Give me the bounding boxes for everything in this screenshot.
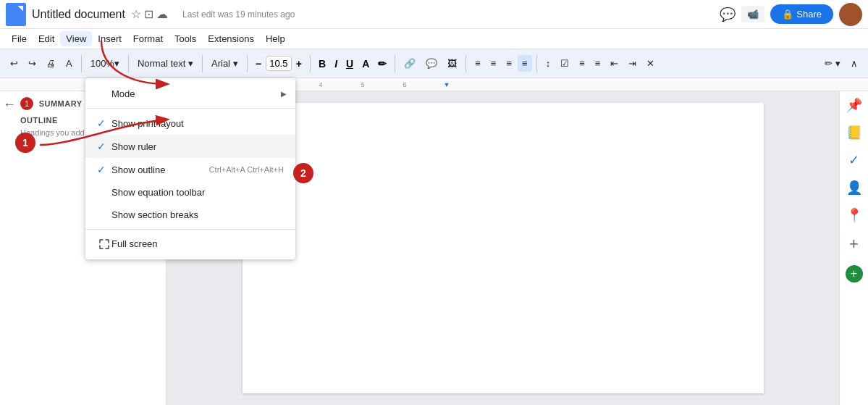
lock-icon: 🔒 xyxy=(782,9,793,20)
fullscreen-icon xyxy=(97,239,111,249)
font-size-decrease[interactable]: − xyxy=(252,56,265,72)
document-page[interactable] xyxy=(243,103,764,393)
mode-label: Mode xyxy=(111,88,284,99)
contacts-icon[interactable]: 👤 xyxy=(846,180,862,196)
view-dropdown-menu: Mode ✓ Show print layout ✓ Show ruler ✓ … xyxy=(85,78,295,259)
ruler-mark-7: ▼ xyxy=(426,81,468,88)
floating-action-button[interactable]: + xyxy=(846,265,863,283)
document-title[interactable]: Untitled document xyxy=(32,8,125,21)
bold-button[interactable]: B xyxy=(315,56,329,72)
menu-tools[interactable]: Tools xyxy=(169,31,202,46)
toolbar-separator-2 xyxy=(128,55,129,72)
check-outline: ✓ xyxy=(97,164,111,175)
toolbar-separator-6 xyxy=(395,55,395,72)
indent-more-button[interactable]: ⇥ xyxy=(624,55,641,72)
ruler-mark-6: 6 xyxy=(384,81,426,88)
meet-button[interactable]: 📹 xyxy=(741,6,764,22)
image-button[interactable]: 🖼 xyxy=(443,55,461,72)
summary-label: SUMMARY xyxy=(39,99,83,108)
toolbar-separator-7 xyxy=(465,55,466,72)
line-spacing-button[interactable]: ↕ xyxy=(542,55,555,72)
keep-icon[interactable]: 📌 xyxy=(846,97,862,113)
ruler-mark-5: 5 xyxy=(342,81,384,88)
tasks-icon[interactable]: ✓ xyxy=(848,152,859,168)
font-family-button[interactable]: Arial ▾ xyxy=(207,55,243,72)
menu-item-full-screen[interactable]: Full screen xyxy=(85,233,295,255)
align-left-button[interactable]: ≡ xyxy=(471,55,485,72)
menu-item-show-outline[interactable]: ✓ Show outline Ctrl+Alt+A Ctrl+Alt+H xyxy=(85,158,295,181)
checklist-button[interactable]: ☑ xyxy=(556,55,573,72)
spellcheck-button[interactable]: A xyxy=(62,55,77,72)
check-print-layout: ✓ xyxy=(97,117,111,129)
font-size-control: − 10.5 + xyxy=(252,56,306,72)
undo-button[interactable]: ↩ xyxy=(6,55,22,72)
dropdown-separator-2 xyxy=(85,229,295,230)
avatar[interactable] xyxy=(839,3,862,26)
show-ruler-label: Show ruler xyxy=(111,141,284,152)
menu-item-show-print-layout[interactable]: ✓ Show print layout xyxy=(85,112,295,135)
menu-view[interactable]: View xyxy=(60,31,92,46)
star-icon[interactable]: ☆ xyxy=(131,7,141,21)
link-button[interactable]: 🔗 xyxy=(400,55,420,72)
top-right-actions: 💬 📹 🔒 Share xyxy=(720,3,862,26)
show-outline-label: Show outline xyxy=(111,164,203,175)
highlight-button[interactable]: ✏ xyxy=(374,56,390,72)
align-right-button[interactable]: ≡ xyxy=(502,55,516,72)
normal-text-button[interactable]: Normal text ▾ xyxy=(133,55,198,72)
summary-badge: 1 xyxy=(20,97,33,110)
menu-item-show-equation-toolbar[interactable]: Show equation toolbar xyxy=(85,181,295,204)
toolbar-separator-1 xyxy=(81,55,82,72)
menu-file[interactable]: File xyxy=(6,31,33,46)
show-print-layout-label: Show print layout xyxy=(111,118,284,129)
text-color-button[interactable]: A xyxy=(358,56,373,72)
bullet-list-button[interactable]: ≡ xyxy=(575,55,589,72)
menu-extensions[interactable]: Extensions xyxy=(202,31,260,46)
show-section-breaks-label: Show section breaks xyxy=(111,209,284,220)
folder-icon[interactable]: ⊡ xyxy=(144,7,153,21)
align-center-button[interactable]: ≡ xyxy=(486,55,501,72)
zoom-button[interactable]: 100%▾ xyxy=(86,55,124,72)
clear-formatting-button[interactable]: ✕ xyxy=(642,55,659,72)
indent-less-button[interactable]: ⇤ xyxy=(606,55,623,72)
collapse-toolbar-button[interactable]: ∧ xyxy=(846,55,862,72)
sidebar-toggle-button[interactable]: ← xyxy=(3,97,16,112)
numbered-list-button[interactable]: ≡ xyxy=(591,55,605,72)
comments-button[interactable]: 💬 xyxy=(720,7,736,22)
redo-button[interactable]: ↪ xyxy=(24,55,41,72)
menu-format[interactable]: Format xyxy=(127,31,169,46)
menu-insert[interactable]: Insert xyxy=(92,31,127,46)
comment-button[interactable]: 💬 xyxy=(421,55,442,72)
toolbar-separator-8 xyxy=(536,55,537,72)
keep-notes-icon[interactable]: 📒 xyxy=(846,125,862,141)
step1-circle: 1 xyxy=(15,133,35,153)
full-screen-label: Full screen xyxy=(111,238,284,249)
toolbar-separator-5 xyxy=(310,55,311,72)
docs-icon xyxy=(6,3,26,26)
last-edit-status: Last edit was 19 minutes ago xyxy=(182,9,295,20)
ruler-mark-4: 4 xyxy=(300,81,342,88)
menu-item-show-section-breaks[interactable]: Show section breaks xyxy=(85,204,295,226)
toolbar: ↩ ↪ 🖨 A 100%▾ Normal text ▾ Arial ▾ − 10… xyxy=(0,49,868,78)
menu-edit[interactable]: Edit xyxy=(33,31,60,46)
check-ruler: ✓ xyxy=(97,141,111,152)
menu-help[interactable]: Help xyxy=(260,31,291,46)
align-justify-button[interactable]: ≡ xyxy=(518,55,532,72)
italic-button[interactable]: I xyxy=(331,56,341,72)
share-button[interactable]: 🔒 Share xyxy=(770,4,833,24)
top-bar: Untitled document ☆ ⊡ ☁ Last edit was 19… xyxy=(0,0,868,29)
dropdown-separator-1 xyxy=(85,108,295,109)
toolbar-separator-4 xyxy=(247,55,248,72)
font-size-input[interactable]: 10.5 xyxy=(266,56,292,71)
font-size-increase[interactable]: + xyxy=(292,56,306,72)
maps-icon[interactable]: 📍 xyxy=(846,207,862,223)
editing-mode-button[interactable]: ✏ ▾ xyxy=(820,55,845,72)
add-panel-button[interactable]: + xyxy=(849,235,859,254)
undo-redo-area: ↩ ↪ 🖨 A xyxy=(6,55,77,72)
print-button[interactable]: 🖨 xyxy=(42,55,60,72)
underline-button[interactable]: U xyxy=(342,56,357,72)
menu-item-show-ruler[interactable]: ✓ Show ruler xyxy=(85,135,295,158)
cloud-icon[interactable]: ☁ xyxy=(156,7,168,21)
step2-circle: 2 xyxy=(293,163,313,183)
menu-item-mode[interactable]: Mode xyxy=(85,83,295,105)
menu-bar: File Edit View Insert Format Tools Exten… xyxy=(0,29,868,49)
